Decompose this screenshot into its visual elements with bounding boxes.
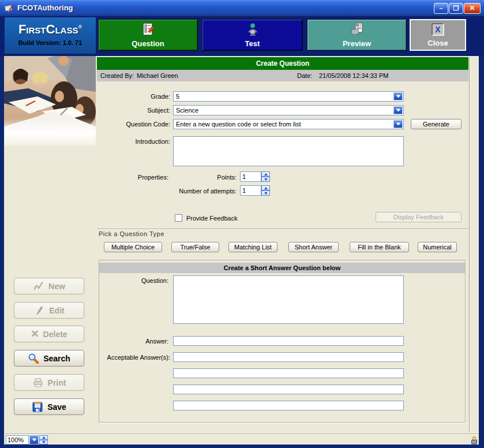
- sidebar-delete-button[interactable]: ✕ Delete: [14, 326, 84, 342]
- title-bar: FCOTAuthoring – ❐ ✕: [0, 0, 484, 16]
- type-short-answer-button[interactable]: Short Answer: [288, 242, 339, 252]
- logo-wordmark: FirstClass: [18, 22, 78, 36]
- display-feedback-button[interactable]: Display Feedback: [376, 212, 462, 222]
- print-printer-icon: [32, 377, 44, 389]
- sa-acceptable-field-3[interactable]: [173, 384, 404, 394]
- date-value: 21/05/2008 12:34:33 PM: [319, 72, 388, 79]
- short-answer-header: Create a Short Answer Question below: [99, 263, 465, 273]
- points-spinbox: [240, 171, 270, 182]
- zoom-level-field[interactable]: [6, 435, 29, 445]
- sa-acceptable-input-2[interactable]: [174, 369, 403, 378]
- header-band: FirstClass® Build Version: 1.0. 71 Quest…: [0, 16, 484, 56]
- status-bar: [4, 434, 479, 445]
- new-scribble-icon: [33, 281, 44, 292]
- preview-document-icon: [351, 20, 363, 39]
- attempts-down-arrow-icon[interactable]: [261, 191, 270, 196]
- nav-preview-button[interactable]: Preview: [307, 19, 407, 51]
- meta-bar: Created By: Michael Green Date: 21/05/20…: [97, 70, 468, 81]
- points-spinner: [261, 171, 270, 182]
- minimize-icon: –: [439, 5, 442, 12]
- introduction-textarea[interactable]: [174, 137, 403, 166]
- lock-icon: [471, 436, 478, 445]
- provide-feedback-label: Provide Feedback: [186, 215, 256, 222]
- sa-acceptable-input-4[interactable]: [174, 401, 403, 410]
- grade-dropdown-arrow-icon[interactable]: [393, 92, 403, 100]
- points-field[interactable]: [240, 171, 261, 182]
- sidebar-print-label: Print: [48, 378, 66, 387]
- question-code-select[interactable]: [173, 119, 404, 129]
- sa-acceptable-label: Acceptable Answer(s):: [97, 354, 170, 361]
- edit-pencil-icon: [33, 305, 45, 316]
- subject-input[interactable]: [174, 106, 393, 115]
- type-fill-in-blank-button[interactable]: Fill in the Blank: [350, 242, 409, 252]
- type-multiple-choice-button[interactable]: Multiple Choice: [104, 242, 162, 252]
- question-code-input[interactable]: [174, 120, 393, 129]
- nav-test-button[interactable]: Test: [202, 19, 303, 51]
- grade-select[interactable]: [173, 91, 404, 102]
- zoom-level-input[interactable]: [6, 436, 28, 444]
- save-floppy-icon: [32, 401, 43, 413]
- sidebar-new-button[interactable]: New: [14, 278, 84, 294]
- sidebar-search-button[interactable]: Search: [14, 350, 84, 367]
- sa-acceptable-field-1[interactable]: [173, 352, 404, 362]
- type-numerical-button[interactable]: Numerical: [418, 242, 457, 252]
- properties-label: Properties:: [98, 174, 168, 181]
- close-window-button[interactable]: ✕: [464, 3, 481, 14]
- zoom-spinner: [39, 435, 48, 445]
- zoom-dropdown-arrow-icon[interactable]: [29, 435, 39, 445]
- date-label: Date:: [297, 72, 312, 79]
- nav-close-button[interactable]: X Close: [410, 19, 466, 51]
- sa-question-textarea[interactable]: [174, 276, 403, 323]
- test-person-computer-icon: [246, 20, 260, 39]
- question-checklist-icon: [142, 20, 155, 39]
- zoom-down-arrow-icon[interactable]: [39, 440, 48, 445]
- type-matching-list-button[interactable]: Matching List: [228, 242, 277, 252]
- sa-answer-field[interactable]: [173, 336, 404, 346]
- created-by-label: Created By:: [100, 72, 134, 79]
- attempts-label: Number of attempts:: [138, 188, 237, 195]
- nav-question-button[interactable]: Question: [98, 19, 198, 51]
- sa-acceptable-field-2[interactable]: [173, 368, 404, 378]
- nav-question-label: Question: [132, 39, 164, 48]
- generate-button[interactable]: Generate: [411, 119, 462, 129]
- points-up-arrow-icon[interactable]: [261, 171, 270, 177]
- grade-input[interactable]: [174, 92, 393, 101]
- question-type-separator: [97, 229, 468, 230]
- window-title: FCOTAuthoring: [17, 3, 73, 12]
- sidebar-save-button[interactable]: Save: [14, 398, 84, 415]
- sidebar-search-label: Search: [43, 354, 70, 363]
- attempts-up-arrow-icon[interactable]: [261, 185, 270, 191]
- sa-acceptable-input-3[interactable]: [174, 385, 403, 394]
- introduction-label: Introduction:: [98, 138, 170, 145]
- classroom-photo: [4, 56, 96, 145]
- sa-answer-input[interactable]: [174, 337, 403, 345]
- zoom-up-arrow-icon[interactable]: [39, 435, 48, 440]
- subject-select[interactable]: [173, 105, 404, 115]
- attempts-spinbox: [240, 185, 270, 196]
- sa-question-textarea-wrap: [173, 275, 404, 324]
- sa-acceptable-field-4[interactable]: [173, 401, 404, 410]
- sa-answer-label: Answer:: [98, 338, 168, 345]
- sa-acceptable-input-1[interactable]: [174, 353, 403, 361]
- firstclass-logo-panel: FirstClass® Build Version: 1.0. 71: [5, 17, 96, 54]
- main-panel-right-divider: [469, 57, 470, 431]
- attempts-field[interactable]: [240, 185, 261, 196]
- provide-feedback-checkbox[interactable]: [175, 214, 182, 222]
- maximize-button[interactable]: ❐: [449, 3, 463, 14]
- points-input[interactable]: [241, 172, 261, 181]
- introduction-textarea-wrap: [173, 136, 404, 166]
- subject-dropdown-arrow-icon[interactable]: [393, 106, 403, 114]
- close-x-icon: X: [432, 20, 444, 39]
- grade-label: Grade:: [98, 93, 170, 100]
- attempts-input[interactable]: [241, 186, 261, 195]
- delete-x-icon: ✕: [31, 329, 39, 339]
- sidebar-edit-button[interactable]: Edit: [14, 302, 84, 319]
- registered-mark: ®: [78, 24, 82, 30]
- sidebar-print-button[interactable]: Print: [14, 374, 84, 391]
- type-true-false-button[interactable]: True/False: [171, 242, 219, 252]
- question-code-dropdown-arrow-icon[interactable]: [393, 120, 403, 128]
- points-down-arrow-icon[interactable]: [261, 177, 270, 182]
- minimize-button[interactable]: –: [434, 3, 448, 14]
- sidebar-delete-label: Delete: [43, 330, 67, 339]
- search-icon: [28, 353, 39, 364]
